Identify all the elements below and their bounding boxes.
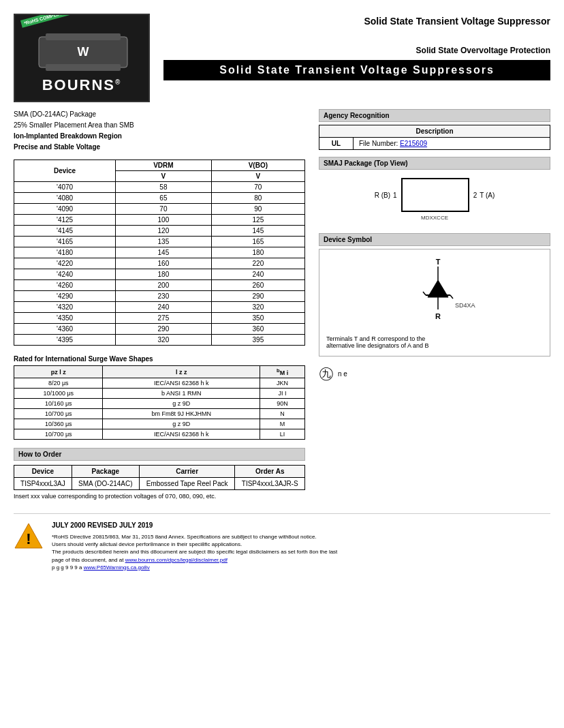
order-row: TISP4xxxL3AJSMA (DO-214AC)Embossed Tape … (14, 478, 305, 490)
feature-line2: 25% Smaller Placement Area than SMB (14, 120, 305, 131)
header: *RoHS COMPLIANT W BOURNS® Solid State Tr… (14, 14, 550, 102)
agency-file: File Number: E215609 (354, 138, 550, 150)
svg-text:SD4XAA: SD4XAA (455, 302, 475, 309)
svg-rect-1 (46, 33, 121, 40)
p65-link[interactable]: www.P65Warnings.ca.go8v (84, 564, 150, 571)
order-table: Device Package Carrier Order As TISP4xxx… (14, 465, 305, 490)
header-title: Solid State Transient Voltage Suppressor… (163, 14, 550, 57)
footer-text: JULY 2000 REVISED JULY 2019 *RoHS Direct… (52, 521, 337, 571)
header-right: Solid State Transient Voltage Suppressor… (150, 14, 550, 80)
surge-row: 10/160 μsg z 9D90N (14, 399, 305, 409)
bourns-logo: BOURNS® (15, 76, 148, 94)
table-row: '4145120145 (14, 226, 305, 237)
agency-table: Description UL File Number: E215609 (319, 125, 550, 150)
footer-line2: Users should verify a8ctual device perfo… (52, 541, 337, 548)
surge-row: 10/700 μsIEC/ANSI 62368 h kLI (14, 429, 305, 440)
file-text: File Number: (359, 140, 400, 147)
black-bar: Solid State Transient Voltage Suppressor… (163, 60, 550, 80)
table-row: '4395320395 (14, 335, 305, 346)
title-subtitle: Solid State Overvoltage Protection (163, 44, 550, 57)
table-row: '40907090 (14, 204, 305, 215)
surge-row: 8/20 μsIEC/ANSI 62368 h kJKN (14, 378, 305, 389)
package-header: SMAJ Package (Top View) (319, 157, 550, 170)
table-row: '4290230290 (14, 291, 305, 302)
agency-header: Agency Recognition (319, 109, 550, 122)
diode-image: W (35, 30, 131, 74)
symbol-header: Device Symbol (319, 233, 550, 246)
surge-col-standard: l z z (103, 366, 260, 378)
main-content: SMA (DO-214AC) Package 25% Smaller Place… (14, 109, 550, 500)
table-row: '4220160220 (14, 258, 305, 269)
surge-table: pz l z l z z bM i 8/20 μsIEC/ANSI 62368 … (14, 365, 305, 440)
col-device: Device (14, 160, 116, 182)
data-table: Device VDRM V(BO) V V '40705870'40806580… (14, 160, 305, 346)
surge-row: 10/1000 μsb ANSI 1 RMNJI I (14, 389, 305, 399)
footer-warning-text: p g g 9 9 9 a www.P65Warnings.ca.go8v (52, 564, 337, 571)
symbol-box: T R SD4 (319, 249, 550, 357)
surge-title: Rated for International Surge Wave Shape… (14, 355, 305, 363)
agency-col-desc: Description (319, 125, 550, 138)
svg-text:R: R (435, 312, 441, 320)
rohs-badge: *RoHS COMPLIANT (20, 14, 71, 28)
table-row: '4240180240 (14, 269, 305, 280)
agency-ul: UL (319, 138, 354, 150)
surge-row: 10/360 μsg z 9DM (14, 419, 305, 429)
col-vdrm-unit: V (116, 171, 212, 182)
logo-box: *RoHS COMPLIANT W BOURNS® (14, 14, 150, 102)
symbol-desc1: Terminals T and R correspond to the (326, 335, 543, 342)
ul-symbol: ㊈ (319, 363, 334, 384)
table-row: '4125100125 (14, 215, 305, 226)
pin2-label: T (A) (480, 192, 495, 199)
symbol-desc: Terminals T and R correspond to the alte… (326, 335, 543, 349)
table-row: '4260200260 (14, 280, 305, 291)
right-column: Agency Recognition Description UL File N… (319, 109, 550, 500)
table-row: '40705870 (14, 182, 305, 193)
surge-col-waveshape: pz l z (14, 366, 103, 378)
col-vbo-unit: V (211, 171, 304, 182)
agency-row: UL File Number: E215609 (319, 138, 550, 150)
order-col-orderas: Order As (235, 466, 305, 478)
footer: ! JULY 2000 REVISED JULY 2019 *RoHS Dire… (14, 513, 550, 571)
footer-line4: page of this document, and at www.bourns… (52, 556, 337, 564)
surge-col-rating: bM i (260, 366, 305, 378)
file-link[interactable]: E215609 (400, 140, 427, 147)
order-section: How to Order Device Package Carrier Orde… (14, 448, 305, 500)
package-diagram: R (B) 1 2 T (A) MDXXCCE (319, 172, 550, 226)
table-row: '40806580 (14, 193, 305, 204)
compliance-text: n e (338, 370, 347, 378)
title-line1: Solid State Transient Voltage Suppressor (163, 14, 550, 29)
pin1-num: 1 (393, 192, 397, 199)
svg-text:T: T (436, 258, 441, 266)
feature-line4: Precise and Stable Voltage (14, 142, 305, 153)
compliance-row: ㊈ n e (319, 363, 550, 384)
col-vdrm: VDRM (116, 160, 212, 171)
package-section: SMAJ Package (Top View) R (B) 1 2 T (A) … (319, 157, 550, 226)
features: SMA (DO-214AC) Package 25% Smaller Place… (14, 109, 305, 153)
order-col-device: Device (14, 466, 72, 478)
order-header: How to Order (14, 448, 305, 461)
feature-line3: Ion-Implanted Breakdown Region (14, 131, 305, 142)
table-row: '4350275350 (14, 313, 305, 324)
order-note: Insert xxx value corresponding to protec… (14, 493, 305, 500)
title-line2 (163, 29, 550, 44)
pkg-rect (401, 178, 469, 212)
footer-date: JULY 2000 REVISED JULY 2019 (52, 521, 337, 530)
svg-text:W: W (78, 45, 89, 59)
order-col-carrier: Carrier (139, 466, 235, 478)
part-code: MDXXCCE (330, 215, 539, 221)
table-row: '4180145180 (14, 247, 305, 258)
table-row: '4165135165 (14, 237, 305, 247)
feature-line1: SMA (DO-214AC) Package (14, 109, 305, 120)
svg-rect-2 (46, 64, 121, 71)
pin1-label: R (B) (375, 192, 390, 199)
device-symbol-svg: T R SD4 (394, 256, 475, 331)
warning-icon: ! (14, 521, 44, 551)
pin2-num: 2 (473, 192, 477, 199)
bourns-link[interactable]: www.bourns.com/dpcs/legal/disclaimer.pdf (125, 557, 228, 563)
svg-text:!: ! (26, 530, 31, 547)
page: *RoHS COMPLIANT W BOURNS® Solid State Tr… (0, 0, 564, 728)
table-row: '4360290360 (14, 324, 305, 335)
footer-line3: The products describ8ed herein and this … (52, 548, 337, 556)
order-col-package: Package (72, 466, 139, 478)
footer-line1: *RoHS Directive 20815/863, Mar 31, 2015 … (52, 533, 337, 541)
